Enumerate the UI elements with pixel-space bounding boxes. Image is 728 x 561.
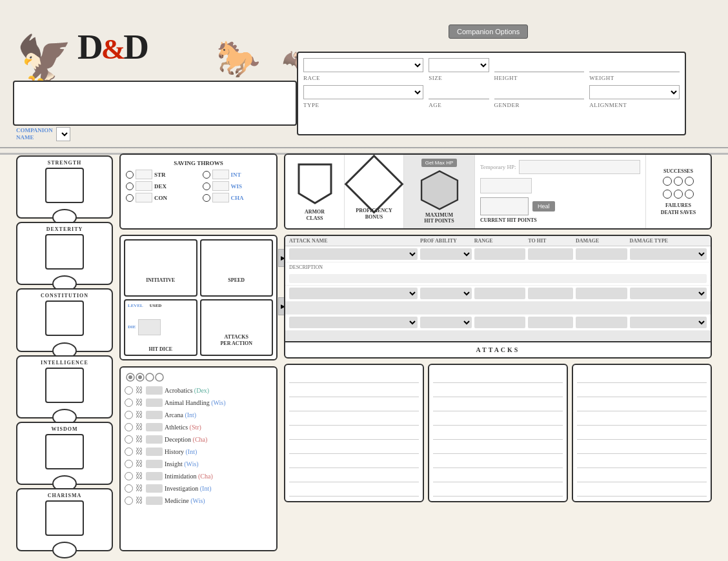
max-hp-input[interactable] (421, 182, 455, 198)
save-int-input[interactable] (212, 170, 229, 179)
success-circle-2[interactable] (674, 177, 683, 186)
initiative-input[interactable] (141, 251, 180, 277)
charisma-box: CHARISMA (16, 488, 113, 551)
charisma-label: CHARISMA (48, 493, 81, 498)
save-con-input[interactable] (136, 193, 152, 202)
description-row-1: DESCRIPTION (285, 262, 711, 286)
combat-stats-row: ARMOR CLASS PROFICIENCY BONUS Get Max HP (284, 153, 712, 230)
attack-2-dtype-select[interactable] (630, 288, 707, 299)
max-hp-section: Get Max HP MAXIMUM HIT POINTS (404, 155, 475, 228)
attack-3-range-input[interactable] (474, 317, 526, 328)
attack-col-prof: PROF ABILITY (420, 238, 472, 244)
right-creature-icon: 🐎 (213, 29, 278, 81)
attack-1-dtype-select[interactable] (630, 248, 707, 260)
notes-textarea-2[interactable] (433, 369, 563, 497)
used-label: USED (150, 303, 162, 308)
age-input[interactable] (429, 85, 489, 99)
attack-1-prof-select[interactable] (420, 248, 472, 260)
height-label: HEIGHT (494, 75, 518, 81)
intelligence-box: INTELLIGENCE (16, 355, 113, 418)
attack-row-3 (285, 315, 711, 331)
speed-box: SPEED (200, 239, 274, 297)
success-circle-3[interactable] (685, 177, 694, 186)
type-select[interactable] (303, 85, 423, 99)
save-wis-circle (203, 182, 210, 190)
death-saves-label: DEATH SAVES (661, 210, 696, 215)
attack-3-tohit-input[interactable] (528, 317, 573, 328)
companion-name-area: COMPANION NAME (16, 127, 70, 142)
race-select[interactable] (303, 58, 423, 72)
attack-3-name-select[interactable] (289, 317, 418, 328)
skill-history-label: History (Int) (165, 448, 197, 455)
skill-insight-label: Insight (Wis) (165, 460, 199, 467)
size-select[interactable] (429, 58, 489, 72)
attack-2-range-input[interactable] (474, 288, 526, 299)
save-str-label: STR (154, 172, 166, 178)
description-label-1: DESCRIPTION (289, 264, 707, 270)
alignment-select[interactable] (589, 85, 680, 99)
temp-hp-input[interactable] (519, 160, 640, 174)
notes-textarea-3[interactable] (577, 369, 707, 497)
failure-circle-2[interactable] (674, 190, 683, 199)
speed-input[interactable] (217, 251, 256, 277)
save-cha-input[interactable] (212, 193, 229, 202)
dexterity-label: DEXTERITY (46, 226, 83, 232)
failure-circle-3[interactable] (685, 190, 694, 199)
success-circle-1[interactable] (663, 177, 672, 186)
hit-dice-input[interactable] (138, 319, 161, 335)
attack-2-tohit-input[interactable] (528, 288, 573, 299)
attack-3-dtype-select[interactable] (630, 317, 707, 328)
attack-1-damage-input[interactable] (576, 248, 627, 260)
save-dex-input[interactable] (136, 181, 152, 191)
save-str-input[interactable] (136, 170, 152, 179)
save-wis-input[interactable] (212, 181, 229, 191)
get-max-hp-button[interactable]: Get Max HP (421, 159, 458, 167)
height-input[interactable] (494, 58, 585, 72)
dexterity-score-input[interactable] (48, 237, 81, 266)
attack-2-damage-input[interactable] (576, 288, 627, 299)
constitution-score-input[interactable] (48, 304, 81, 333)
wisdom-score-input[interactable] (48, 437, 81, 466)
skill-history: ⛓ History (Int) (125, 447, 272, 457)
skill-athletics-label: Athletics (Str) (165, 424, 201, 431)
description-1-input[interactable] (289, 274, 707, 283)
proficiency-bonus-input[interactable] (359, 173, 389, 195)
charisma-score-input[interactable] (48, 504, 81, 533)
companion-options-button[interactable]: Companion Options (449, 25, 528, 39)
attack-1-tohit-input[interactable] (528, 248, 573, 260)
current-hp-input[interactable] (480, 197, 529, 215)
attack-2-prof-select[interactable] (420, 288, 472, 299)
attack-3-damage-input[interactable] (576, 317, 627, 328)
attack-row-1 (285, 246, 711, 262)
skill-athletics: ⛓ Athletics (Str) (125, 422, 272, 432)
weight-label: WEIGHT (589, 75, 614, 81)
skill-acrobatics: ⛓ Acrobatics (Dex) (125, 386, 272, 395)
notes-box-1 (284, 364, 424, 502)
strength-score-input[interactable] (48, 171, 81, 200)
gender-input[interactable] (494, 85, 585, 99)
attack-col-name: ATTACK NAME (289, 238, 418, 244)
heal-button[interactable]: Heal (532, 201, 555, 212)
attack-1-name-select[interactable] (289, 248, 418, 260)
max-hp-hex-icon (414, 170, 465, 211)
svg-point-7 (146, 373, 154, 381)
armor-class-input[interactable] (302, 181, 328, 203)
notes-area (284, 364, 712, 502)
wisdom-box: WISDOM (16, 422, 113, 485)
notes-textarea-1[interactable] (289, 369, 419, 497)
character-info-panel: RACE SIZE HEIGHT WEIGHT (297, 52, 686, 135)
weight-input[interactable] (589, 58, 680, 72)
size-label: SIZE (429, 75, 442, 81)
attacks-per-action-input[interactable] (217, 308, 256, 334)
proficiency-bonus-section: PROFICIENCY BONUS (345, 155, 404, 228)
wisdom-label: WISDOM (51, 426, 77, 432)
attack-2-name-select[interactable] (289, 288, 418, 299)
companion-dropdown[interactable] (56, 127, 70, 141)
armor-class-label: ARMOR CLASS (305, 209, 325, 221)
save-wis-row: WIS (203, 181, 272, 191)
attack-1-range-input[interactable] (474, 248, 526, 260)
attack-3-prof-select[interactable] (420, 317, 472, 328)
intelligence-score-input[interactable] (48, 371, 81, 400)
failure-circle-1[interactable] (663, 190, 672, 199)
notes-box-3 (572, 364, 712, 502)
